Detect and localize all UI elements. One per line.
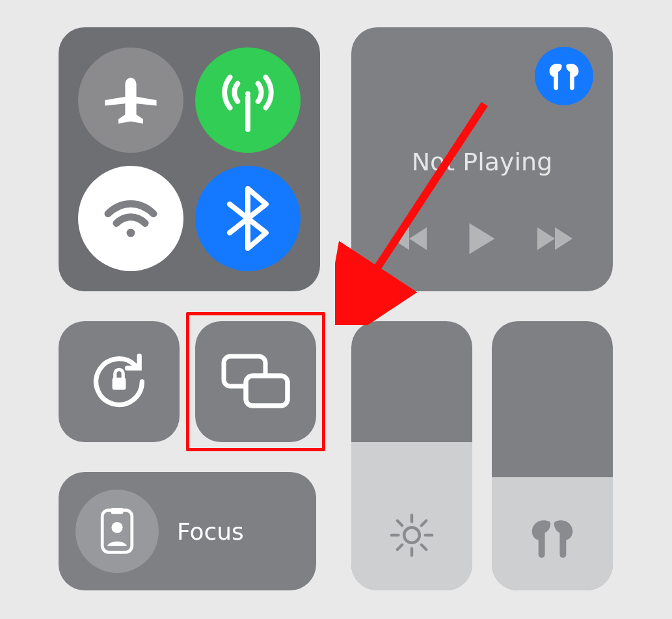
wifi-icon	[101, 189, 161, 248]
svg-rect-5	[246, 376, 288, 406]
brightness-icon	[388, 511, 436, 559]
cellular-antenna-icon	[216, 68, 280, 132]
brightness-slider[interactable]	[351, 321, 472, 590]
media-controls	[351, 222, 613, 256]
focus-badge-icon	[98, 507, 136, 556]
rewind-icon[interactable]	[390, 226, 428, 252]
airpods-output-badge[interactable]	[535, 47, 593, 105]
svg-rect-3	[113, 378, 126, 390]
svg-line-14	[422, 521, 426, 525]
airpods-icon	[528, 518, 576, 559]
bluetooth-icon	[226, 186, 269, 251]
media-panel[interactable]: Not Playing	[351, 27, 613, 291]
airplane-mode-toggle[interactable]	[78, 47, 183, 153]
focus-label: Focus	[177, 518, 244, 545]
media-status-label: Not Playing	[351, 148, 613, 176]
svg-line-15	[397, 545, 402, 549]
airplane-icon	[103, 72, 159, 128]
svg-point-1	[245, 91, 250, 96]
svg-point-18	[111, 522, 122, 533]
orientation-lock-icon	[85, 348, 153, 415]
play-icon[interactable]	[467, 222, 497, 256]
focus-button[interactable]: Focus	[59, 472, 316, 590]
forward-icon[interactable]	[536, 226, 574, 252]
volume-slider[interactable]	[492, 321, 613, 590]
svg-line-12	[397, 521, 402, 525]
connectivity-panel	[59, 27, 320, 291]
svg-point-7	[404, 527, 420, 543]
svg-rect-17	[111, 508, 124, 514]
wifi-toggle[interactable]	[78, 166, 183, 271]
bluetooth-toggle[interactable]	[195, 166, 301, 271]
screen-mirroring-button[interactable]	[195, 321, 316, 442]
svg-line-13	[422, 545, 426, 549]
orientation-lock-button[interactable]	[59, 321, 180, 442]
airpods-icon	[546, 58, 582, 94]
screen-mirroring-icon	[220, 352, 291, 411]
svg-point-2	[127, 229, 135, 237]
cellular-data-toggle[interactable]	[195, 47, 301, 153]
